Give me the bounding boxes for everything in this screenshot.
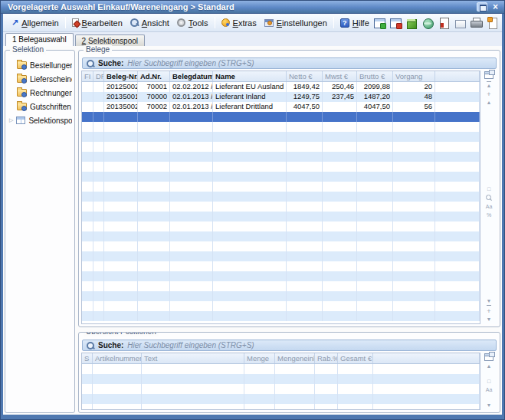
empty-row xyxy=(82,221,480,231)
insert-row-icon[interactable]: + xyxy=(487,91,490,97)
column-header-mwst[interactable]: Mwst € xyxy=(323,71,357,81)
folder-icon xyxy=(17,75,27,83)
tab-selektionspool[interactable]: 2 Selektionspool xyxy=(75,34,145,46)
empty-row xyxy=(82,231,480,241)
groupbox-title: Übersicht Positionen xyxy=(84,332,159,336)
column-header-s[interactable]: S xyxy=(82,353,93,363)
table-row[interactable]: 20135001 70000 02.01.2013 /Mi Lieferant … xyxy=(82,92,480,102)
column-header-name[interactable]: Name xyxy=(213,71,287,81)
column-header-rab[interactable]: Rab.% xyxy=(315,353,338,363)
toolbar xyxy=(373,17,501,29)
belege-grid-toolbar: ▲ + ▲ □ Aa % ▼ + ▼ xyxy=(480,71,497,324)
belege-grid-body: 20125002 70001 02.02.2012 /Do Lieferant … xyxy=(82,82,480,323)
titlebar: Vorgelagerte Auswahl Einkauf/Wareneingan… xyxy=(1,1,504,14)
restore-window-icon[interactable] xyxy=(477,2,487,11)
positionen-grid: S Artikelnummer Text Menge Mengeneinheit… xyxy=(81,353,480,410)
tab-belegauswahl[interactable]: 1 Belegauswahl xyxy=(5,33,74,46)
menubar: ↗ Allgemein Bearbeiten Ansicht Tools Ext… xyxy=(3,14,502,32)
selected-row[interactable] xyxy=(82,112,480,122)
card-view-icon[interactable]: □ xyxy=(487,379,490,385)
empty-row xyxy=(82,122,480,132)
empty-row xyxy=(82,142,480,152)
magnifier-page-icon xyxy=(130,18,139,27)
menu-tools[interactable]: Tools xyxy=(173,17,212,29)
selektion-groupbox: Selektion Bestellungen Lieferscheine Rec… xyxy=(5,50,75,413)
belege-grid-header: FI DR Beleg-Nr.▼ Ad.Nr. Belegdatum Name … xyxy=(82,71,480,82)
printer-icon[interactable] xyxy=(470,17,483,29)
table-row[interactable]: 20135002 70002 02.01.2013 /Mi Lieferant … xyxy=(82,102,480,112)
column-header-netto[interactable]: Netto € xyxy=(287,71,323,81)
menu-bearbeiten[interactable]: Bearbeiten xyxy=(68,17,126,29)
font-size-icon[interactable]: Aa xyxy=(486,204,493,210)
column-header-vorgang[interactable]: Vorgang xyxy=(393,71,435,81)
column-header-text[interactable]: Text xyxy=(142,353,244,363)
folder-icon xyxy=(17,89,27,97)
column-header-menge[interactable]: Menge xyxy=(244,353,275,363)
menu-label: Ansicht xyxy=(142,18,169,28)
sidebar-item-gutschriften[interactable]: Gutschriften xyxy=(8,100,72,113)
menu-separator xyxy=(215,17,215,28)
groupbox-title: Selektion xyxy=(10,45,46,54)
column-header-ad-nr[interactable]: Ad.Nr. xyxy=(138,71,170,81)
belege-search-input[interactable]: Suche: Hier Suchbegriff eingeben (STRG+S… xyxy=(82,57,497,69)
percent-icon[interactable]: % xyxy=(487,212,491,218)
expander-icon[interactable]: ▷ xyxy=(9,117,13,123)
menu-ansicht[interactable]: Ansicht xyxy=(126,17,173,29)
empty-row xyxy=(82,241,480,251)
column-chooser-icon[interactable] xyxy=(484,71,494,79)
empty-row xyxy=(82,394,480,404)
empty-row xyxy=(82,384,480,394)
menu-separator xyxy=(65,17,66,28)
menu-label: Bearbeiten xyxy=(82,18,123,28)
move-down-icon[interactable]: ▼ xyxy=(487,317,492,323)
column-chooser-icon[interactable] xyxy=(484,353,494,361)
pool-table-icon xyxy=(16,116,25,124)
column-header-gesamt[interactable]: Gesamt € xyxy=(338,353,373,363)
table-remove-icon[interactable] xyxy=(389,17,402,29)
table-row[interactable]: 20125002 70001 02.02.2012 /Do Lieferant … xyxy=(82,82,480,92)
append-row-icon[interactable]: + xyxy=(487,308,490,314)
empty-row xyxy=(82,132,480,142)
new-document-icon[interactable] xyxy=(486,17,499,29)
column-header-fi[interactable]: FI xyxy=(82,71,93,81)
package-export-icon[interactable] xyxy=(405,17,418,29)
column-header-beleg-nr[interactable]: Beleg-Nr.▼ xyxy=(104,71,138,81)
settings-panel-icon xyxy=(264,19,274,27)
column-header-dr[interactable]: DR xyxy=(93,71,104,81)
column-header-mengeneinheit[interactable]: Mengeneinheit xyxy=(275,353,315,363)
column-header-brutto[interactable]: Brutto € xyxy=(357,71,393,81)
card-icon[interactable] xyxy=(454,17,467,29)
column-header-artikelnummer[interactable]: Artikelnummer xyxy=(93,353,142,363)
column-header-filler xyxy=(435,71,480,81)
globe-icon[interactable] xyxy=(421,17,434,29)
menu-hilfe[interactable]: ? Hilfe xyxy=(336,17,373,29)
positionen-groupbox: Übersicht Positionen Suche: Hier Suchbeg… xyxy=(78,332,500,413)
goto-first-icon[interactable]: ▲ xyxy=(487,81,492,89)
menu-label: Allgemein xyxy=(21,18,58,28)
column-header-belegdatum[interactable]: Belegdatum xyxy=(170,71,213,81)
menu-extras[interactable]: Extras xyxy=(218,17,261,29)
search-icon xyxy=(87,342,94,349)
sidebar-item-lieferscheine[interactable]: Lieferscheine xyxy=(8,72,72,86)
goto-last-icon[interactable]: ▼ xyxy=(487,298,492,306)
gear-icon xyxy=(177,18,185,27)
move-up-icon[interactable]: ▲ xyxy=(487,100,492,106)
empty-row xyxy=(82,364,480,374)
empty-row xyxy=(82,172,480,182)
menu-allgemein[interactable]: ↗ Allgemein xyxy=(8,17,63,29)
report-document-icon[interactable] xyxy=(438,17,451,29)
sidebar-item-selektionspools[interactable]: ▷ Selektionspools xyxy=(8,113,72,127)
font-size-icon[interactable]: Aa xyxy=(486,387,493,393)
card-view-icon[interactable]: □ xyxy=(487,186,490,192)
table-add-icon[interactable] xyxy=(373,17,386,29)
sidebar-item-rechnungen[interactable]: Rechnungen xyxy=(8,86,72,100)
positionen-search-input[interactable]: Suche: Hier Suchbegriff eingeben (STRG+S… xyxy=(82,340,497,351)
zoom-icon[interactable] xyxy=(486,195,493,202)
move-down-icon[interactable]: ▼ xyxy=(487,402,492,409)
close-window-icon[interactable]: × xyxy=(491,2,500,11)
sidebar-item-bestellungen[interactable]: Bestellungen xyxy=(8,58,72,72)
move-up-icon[interactable]: ▲ xyxy=(487,363,492,369)
menu-einstellungen[interactable]: Einstellungen xyxy=(261,17,331,29)
groupbox-title: Belege xyxy=(84,45,112,54)
tab-bar: 1 Belegauswahl 2 Selektionspool xyxy=(3,32,502,46)
